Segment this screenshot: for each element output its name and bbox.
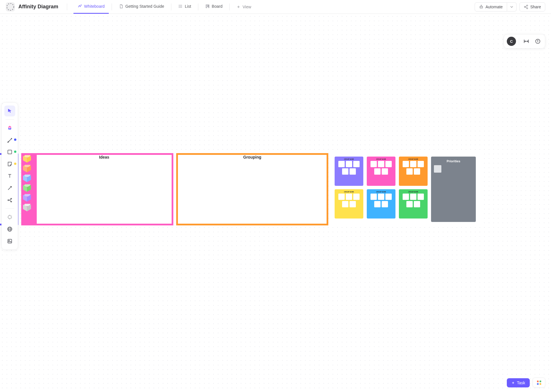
page-title: Affinity Diagram bbox=[18, 4, 58, 10]
grouping-panel[interactable]: Grouping bbox=[178, 155, 327, 224]
add-view-button[interactable]: View bbox=[232, 5, 255, 9]
tool-mindmap[interactable] bbox=[4, 195, 15, 206]
automate-button-group: Automate bbox=[475, 2, 517, 11]
group-card[interactable]: GROUP NAME bbox=[335, 189, 363, 219]
automate-dropdown[interactable] bbox=[507, 2, 517, 11]
apps-button[interactable] bbox=[533, 378, 545, 387]
group-card[interactable]: GROUP NAME bbox=[335, 157, 363, 186]
svg-line-25 bbox=[8, 186, 11, 190]
fit-width-icon bbox=[523, 38, 529, 44]
color-indicator bbox=[14, 139, 16, 141]
top-header: Affinity Diagram Whiteboard Getting Star… bbox=[0, 0, 551, 14]
header-left: Affinity Diagram Whiteboard Getting Star… bbox=[6, 0, 255, 14]
whiteboard-content[interactable]: Ideas Grouping GROUP NAMEGROUP NAMEGROUP… bbox=[0, 153, 511, 225]
tool-clickup[interactable] bbox=[4, 122, 15, 133]
svg-point-0 bbox=[7, 3, 14, 10]
tab-board[interactable]: Board bbox=[201, 0, 226, 14]
mini-grid bbox=[338, 194, 360, 207]
share-label: Share bbox=[530, 5, 541, 9]
tool-sticky[interactable] bbox=[4, 159, 15, 169]
tool-connector[interactable] bbox=[4, 183, 15, 194]
ideas-panel[interactable]: Ideas bbox=[37, 155, 172, 224]
list-icon bbox=[178, 4, 183, 9]
pen-icon bbox=[7, 137, 13, 143]
group-card[interactable]: GROUP NAME bbox=[367, 157, 395, 186]
left-toolbar bbox=[1, 102, 18, 250]
group-card[interactable]: GROUP NAME bbox=[399, 157, 428, 186]
cube-icon[interactable] bbox=[23, 184, 31, 192]
task-label: Task bbox=[517, 381, 525, 385]
share-button[interactable]: Share bbox=[519, 2, 545, 11]
workspace-icon[interactable] bbox=[6, 2, 15, 11]
info-button[interactable] bbox=[533, 37, 542, 46]
group-card-label: GROUP NAME bbox=[344, 158, 354, 160]
text-icon bbox=[7, 173, 13, 179]
svg-point-18 bbox=[524, 6, 525, 7]
svg-point-19 bbox=[527, 7, 528, 9]
tab-whiteboard[interactable]: Whiteboard bbox=[73, 0, 109, 14]
mini-grid bbox=[370, 161, 392, 175]
color-indicator bbox=[14, 151, 16, 153]
group-card[interactable]: GROUP NAME bbox=[367, 189, 395, 219]
svg-rect-9 bbox=[209, 5, 209, 8]
ideas-frame[interactable]: Ideas bbox=[21, 153, 173, 225]
divider bbox=[171, 3, 171, 10]
separator bbox=[5, 119, 14, 120]
tab-label: Whiteboard bbox=[84, 4, 105, 9]
grouping-title: Grouping bbox=[178, 155, 327, 159]
automate-button[interactable]: Automate bbox=[475, 2, 507, 11]
svg-point-33 bbox=[9, 240, 9, 241]
clickup-icon bbox=[7, 125, 13, 131]
svg-point-14 bbox=[482, 7, 482, 7]
cube-icon[interactable] bbox=[23, 204, 31, 212]
cube-stack[interactable] bbox=[23, 155, 34, 224]
grouping-frame[interactable]: Grouping bbox=[176, 153, 328, 225]
priorities-title: Priorities bbox=[434, 159, 473, 163]
avatar[interactable]: C bbox=[507, 37, 516, 46]
whiteboard-icon bbox=[77, 4, 82, 9]
fit-view-button[interactable] bbox=[522, 37, 531, 46]
color-indicator bbox=[14, 163, 16, 165]
apps-icon bbox=[537, 381, 541, 385]
cube-icon[interactable] bbox=[23, 165, 31, 173]
svg-rect-32 bbox=[8, 239, 11, 243]
svg-line-21 bbox=[525, 7, 527, 8]
svg-point-28 bbox=[11, 201, 11, 202]
tool-select[interactable] bbox=[4, 106, 15, 116]
group-card-label: GROUP NAME bbox=[344, 191, 354, 193]
group-card[interactable]: GROUP NAME bbox=[399, 189, 428, 219]
tab-label: List bbox=[185, 4, 191, 9]
tab-list[interactable]: List bbox=[174, 0, 195, 14]
view-tabs: Whiteboard Getting Started Guide List Bo… bbox=[73, 0, 255, 14]
priorities-column[interactable]: Priorities bbox=[431, 157, 476, 222]
tool-web[interactable] bbox=[4, 224, 15, 235]
tool-shape[interactable] bbox=[4, 147, 15, 157]
info-icon bbox=[535, 38, 541, 44]
priority-item[interactable] bbox=[434, 165, 441, 173]
canvas[interactable]: C Ideas Grouping GROUP NAMEGROUP NAMEGRO… bbox=[0, 14, 551, 392]
cube-icon[interactable] bbox=[23, 194, 31, 202]
svg-point-5 bbox=[179, 7, 179, 7]
svg-point-39 bbox=[538, 40, 538, 41]
tool-text[interactable] bbox=[4, 171, 15, 182]
sparkle-icon bbox=[7, 214, 13, 220]
svg-point-17 bbox=[527, 5, 528, 6]
separator bbox=[519, 38, 519, 45]
tool-pen[interactable] bbox=[4, 134, 15, 145]
cube-icon[interactable] bbox=[23, 174, 31, 182]
group-card-label: GROUP NAME bbox=[408, 158, 418, 160]
add-view-label: View bbox=[242, 5, 251, 9]
tab-getting-started[interactable]: Getting Started Guide bbox=[115, 0, 168, 14]
tool-ai[interactable] bbox=[4, 212, 15, 223]
mini-grid bbox=[338, 161, 360, 175]
square-icon bbox=[7, 149, 13, 155]
groups-frame[interactable]: GROUP NAMEGROUP NAMEGROUP NAMEGROUP NAME… bbox=[331, 153, 480, 225]
create-task-button[interactable]: Task bbox=[507, 378, 530, 387]
automate-label: Automate bbox=[486, 5, 503, 9]
sticky-icon bbox=[7, 161, 13, 167]
tool-image[interactable] bbox=[4, 236, 15, 247]
svg-rect-8 bbox=[207, 5, 208, 7]
cube-icon[interactable] bbox=[23, 155, 31, 163]
globe-icon bbox=[7, 226, 13, 232]
cursor-icon bbox=[7, 108, 13, 114]
